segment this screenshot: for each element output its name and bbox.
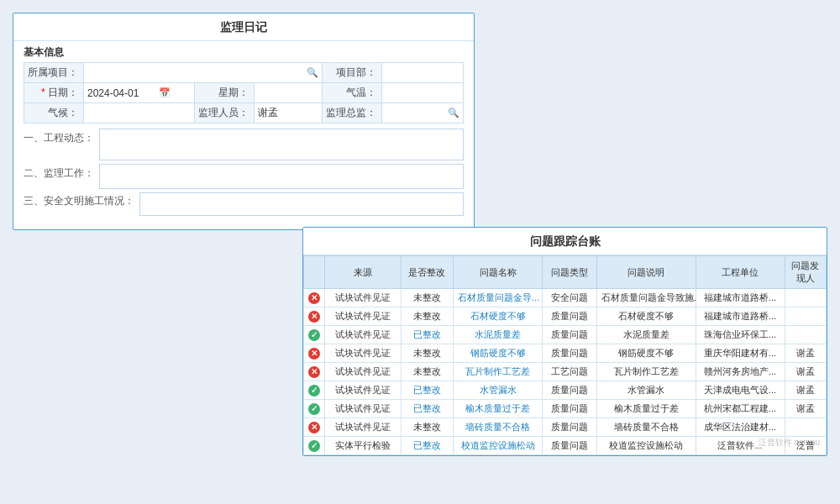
unit-cell: 重庆华阳建材有... xyxy=(696,344,785,363)
date-label: 日期： xyxy=(24,83,84,103)
engineering-section: 一、工程动态： xyxy=(24,129,464,160)
unit-cell: 福建城市道路桥... xyxy=(696,289,785,307)
unit-cell: 泛普软件... xyxy=(696,437,785,455)
status-cell: ✕ xyxy=(304,344,325,363)
source-cell: 试块试件见证 xyxy=(325,363,402,381)
name-cell[interactable]: 校道监控设施松动 xyxy=(454,437,543,455)
diary-panel: 监理日记 基本信息 所属项目： 🔍 项目部： 日期： 📅 xyxy=(13,13,475,230)
calendar-icon[interactable]: 📅 xyxy=(159,87,171,98)
source-cell: 试块试件见证 xyxy=(325,344,402,363)
type-cell: 质量问题 xyxy=(543,326,597,344)
source-cell: 试块试件见证 xyxy=(325,400,402,418)
fixed-cell: 未整改 xyxy=(401,344,453,363)
type-cell: 质量问题 xyxy=(543,418,597,437)
table-row[interactable]: ✓ 试块试件见证 已整改 水泥质量差 质量问题 水泥质量差 珠海信业环保工... xyxy=(304,326,827,344)
finder-cell: 泛普 xyxy=(785,437,827,455)
fixed-cell: 未整改 xyxy=(401,307,453,326)
status-icon: ✓ xyxy=(308,385,320,396)
supervisor-input[interactable] xyxy=(258,108,318,119)
name-cell[interactable]: 水管漏水 xyxy=(454,381,543,400)
name-cell[interactable]: 榆木质量过于差 xyxy=(454,400,543,418)
project-input[interactable] xyxy=(87,67,305,79)
status-cell: ✓ xyxy=(304,437,325,455)
name-cell[interactable]: 钢筋硬度不够 xyxy=(454,344,543,363)
name-cell[interactable]: 石材质量问题金导... xyxy=(454,289,543,307)
project-search-icon[interactable]: 🔍 xyxy=(307,67,318,78)
name-cell[interactable]: 墙砖质量不合格 xyxy=(454,418,543,437)
table-row[interactable]: ✕ 试块试件见证 未整改 钢筋硬度不够 质量问题 钢筋硬度不够 重庆华阳建材有.… xyxy=(304,344,827,363)
fixed-cell: 已整改 xyxy=(401,437,453,455)
unit-cell: 珠海信业环保工... xyxy=(696,326,785,344)
type-cell: 质量问题 xyxy=(543,381,597,400)
name-cell[interactable]: 水泥质量差 xyxy=(454,326,543,344)
safety-label: 三、安全文明施工情况： xyxy=(24,192,139,208)
basic-info-label: 基本信息 xyxy=(13,41,474,62)
climate-cell xyxy=(84,103,195,123)
type-cell: 工艺问题 xyxy=(543,363,597,381)
unit-cell: 赣州河务房地产... xyxy=(696,363,785,381)
status-icon: ✕ xyxy=(308,311,320,323)
fixed-cell: 未整改 xyxy=(401,289,453,307)
target-cell xyxy=(382,63,464,83)
unit-cell: 天津成电电气设... xyxy=(696,381,785,400)
desc-cell: 石材硬度不够 xyxy=(596,307,696,326)
unit-cell: 杭州宋都工程建... xyxy=(696,400,785,418)
supervisor-total-search-icon[interactable]: 🔍 xyxy=(448,108,459,118)
finder-cell xyxy=(785,307,827,326)
desc-cell: 钢筋硬度不够 xyxy=(596,344,696,363)
table-row[interactable]: ✕ 试块试件见证 未整改 墙砖质量不合格 质量问题 墙砖质量不合格 成华区法治建… xyxy=(304,418,827,437)
source-cell: 试块试件见证 xyxy=(325,289,402,307)
col-unit: 工程单位 xyxy=(696,256,785,289)
status-icon: ✓ xyxy=(308,403,320,415)
supervisor-label: 监理人员： xyxy=(195,103,255,123)
supervisor-cell xyxy=(255,103,323,123)
date-input[interactable] xyxy=(87,87,159,99)
diary-title: 监理日记 xyxy=(13,13,474,41)
table-row[interactable]: ✓ 试块试件见证 已整改 水管漏水 质量问题 水管漏水 天津成电电气设... 谢… xyxy=(304,381,827,400)
table-row[interactable]: ✓ 试块试件见证 已整改 榆木质量过于差 质量问题 榆木质量过于差 杭州宋都工程… xyxy=(304,400,827,418)
type-cell: 质量问题 xyxy=(543,344,597,363)
weather-input[interactable] xyxy=(386,87,459,99)
col-status xyxy=(304,256,325,289)
climate-label: 气候： xyxy=(24,103,84,123)
supervision-section: 二、监理工作： xyxy=(24,164,464,189)
climate-input[interactable] xyxy=(87,108,191,119)
status-cell: ✓ xyxy=(304,381,325,400)
finder-cell: 谢孟 xyxy=(785,381,827,400)
target-input[interactable] xyxy=(386,67,459,79)
name-cell[interactable]: 瓦片制作工艺差 xyxy=(454,363,543,381)
weekday-cell xyxy=(255,83,323,103)
engineering-textarea[interactable] xyxy=(99,129,464,160)
finder-cell xyxy=(785,326,827,344)
engineering-label: 一、工程动态： xyxy=(24,129,99,145)
issue-title: 问题跟踪台账 xyxy=(303,228,827,255)
finder-cell xyxy=(785,418,827,437)
target-label: 项目部： xyxy=(323,63,382,83)
table-row[interactable]: ✕ 试块试件见证 未整改 瓦片制作工艺差 工艺问题 瓦片制作工艺差 赣州河务房地… xyxy=(304,363,827,381)
status-icon: ✕ xyxy=(308,348,320,360)
table-row[interactable]: ✓ 实体平行检验 已整改 校道监控设施松动 质量问题 校道监控设施松动 泛普软件… xyxy=(304,437,827,455)
finder-cell: 谢孟 xyxy=(785,344,827,363)
weather-cell xyxy=(382,83,464,103)
unit-cell: 福建城市道路桥... xyxy=(696,307,785,326)
table-row[interactable]: ✕ 试块试件见证 未整改 石材质量问题金导... 安全问题 石材质量问题金导致施… xyxy=(304,289,827,307)
desc-cell: 水泥质量差 xyxy=(596,326,696,344)
fixed-cell: 已整改 xyxy=(401,381,453,400)
table-row[interactable]: ✕ 试块试件见证 未整改 石材硬度不够 质量问题 石材硬度不够 福建城市道路桥.… xyxy=(304,307,827,326)
weekday-input[interactable] xyxy=(258,87,318,99)
weekday-label: 星期： xyxy=(195,83,255,103)
status-icon: ✓ xyxy=(308,329,320,341)
col-desc: 问题说明 xyxy=(596,256,696,289)
supervisor-total-label: 监理总监： xyxy=(323,103,382,123)
status-icon: ✕ xyxy=(308,292,320,304)
supervisor-total-input[interactable] xyxy=(386,108,446,119)
supervision-label: 二、监理工作： xyxy=(24,164,99,181)
col-source: 来源 xyxy=(325,256,402,289)
status-cell: ✓ xyxy=(304,400,325,418)
source-cell: 实体平行检验 xyxy=(325,437,402,455)
name-cell[interactable]: 石材硬度不够 xyxy=(454,307,543,326)
safety-textarea[interactable] xyxy=(139,192,464,216)
status-cell: ✕ xyxy=(304,363,325,381)
source-cell: 试块试件见证 xyxy=(325,307,402,326)
supervision-textarea[interactable] xyxy=(99,164,464,189)
